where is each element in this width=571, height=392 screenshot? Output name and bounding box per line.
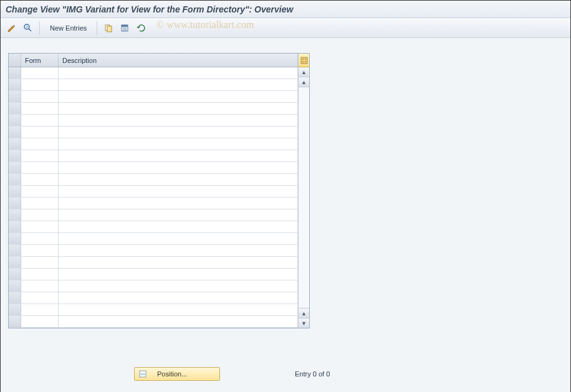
cell-description[interactable]	[59, 162, 298, 173]
cell-description[interactable]	[59, 79, 298, 90]
cell-form[interactable]	[21, 198, 59, 209]
cell-description[interactable]	[59, 221, 298, 232]
row-selector[interactable]	[9, 292, 21, 304]
cell-description[interactable]	[59, 304, 298, 315]
svg-point-1	[26, 26, 28, 28]
grid-body	[9, 67, 298, 328]
toggle-display-change-icon[interactable]	[6, 22, 18, 34]
row-selector[interactable]	[9, 186, 21, 197]
row-selector[interactable]	[9, 316, 21, 327]
row-selector[interactable]	[9, 79, 21, 90]
new-entries-button[interactable]: New Entries	[45, 21, 92, 35]
footer-bar: Position... Entry 0 of 0	[1, 367, 570, 381]
cell-form[interactable]	[21, 103, 59, 114]
scroll-step-up-icon[interactable]: ▲	[299, 77, 309, 87]
row-selector[interactable]	[9, 280, 21, 292]
svg-rect-8	[140, 373, 146, 375]
cell-form[interactable]	[21, 269, 59, 280]
cell-description[interactable]	[59, 280, 298, 292]
row-selector[interactable]	[9, 269, 21, 280]
cell-form[interactable]	[21, 127, 59, 138]
select-all-header[interactable]	[9, 54, 21, 67]
table-row	[9, 162, 298, 174]
cell-form[interactable]	[21, 280, 59, 292]
cell-form[interactable]	[21, 209, 59, 221]
cell-description[interactable]	[59, 103, 298, 114]
cell-form[interactable]	[21, 150, 59, 161]
cell-description[interactable]	[59, 91, 298, 102]
cell-description[interactable]	[59, 269, 298, 280]
table-row	[9, 67, 298, 79]
cell-description[interactable]	[59, 233, 298, 244]
row-selector[interactable]	[9, 245, 21, 256]
svg-rect-5	[122, 25, 128, 27]
scroll-down-icon[interactable]: ▼	[299, 318, 309, 328]
table-row	[9, 174, 298, 186]
row-selector[interactable]	[9, 221, 21, 232]
grid-main: Form Description	[9, 54, 298, 328]
cell-description[interactable]	[59, 257, 298, 268]
row-selector[interactable]	[9, 162, 21, 173]
cell-description[interactable]	[59, 150, 298, 161]
cell-form[interactable]	[21, 233, 59, 244]
row-selector[interactable]	[9, 209, 21, 221]
position-button[interactable]: Position...	[134, 367, 220, 381]
row-selector[interactable]	[9, 174, 21, 185]
cell-description[interactable]	[59, 186, 298, 197]
cell-form[interactable]	[21, 91, 59, 102]
table-row	[9, 280, 298, 292]
row-selector[interactable]	[9, 115, 21, 126]
cell-form[interactable]	[21, 257, 59, 268]
cell-form[interactable]	[21, 79, 59, 90]
scroll-step-down-icon[interactable]: ▲	[299, 308, 309, 318]
row-selector[interactable]	[9, 127, 21, 138]
row-selector[interactable]	[9, 67, 21, 79]
row-selector[interactable]	[9, 257, 21, 268]
svg-rect-6	[301, 57, 307, 64]
table-settings-icon[interactable]	[299, 54, 309, 67]
undo-change-icon[interactable]	[135, 22, 147, 34]
cell-form[interactable]	[21, 304, 59, 315]
row-selector[interactable]	[9, 138, 21, 150]
row-selector[interactable]	[9, 103, 21, 114]
cell-description[interactable]	[59, 174, 298, 185]
find-icon[interactable]	[22, 22, 34, 34]
cell-form[interactable]	[21, 245, 59, 256]
scroll-up-icon[interactable]: ▲	[299, 67, 309, 77]
table-row	[9, 115, 298, 127]
toolbar-separator	[39, 21, 40, 35]
row-selector[interactable]	[9, 233, 21, 244]
copy-as-icon[interactable]	[102, 22, 115, 34]
cell-form[interactable]	[21, 138, 59, 150]
cell-form[interactable]	[21, 115, 59, 126]
cell-form[interactable]	[21, 174, 59, 185]
data-grid: Form Description ▲ ▲ ▲ ▼	[8, 53, 310, 328]
cell-form[interactable]	[21, 186, 59, 197]
row-selector[interactable]	[9, 304, 21, 315]
cell-form[interactable]	[21, 162, 59, 173]
column-header-description[interactable]: Description	[59, 54, 298, 67]
content-area: Form Description ▲ ▲ ▲ ▼ P	[1, 38, 570, 392]
cell-description[interactable]	[59, 316, 298, 327]
row-selector[interactable]	[9, 198, 21, 209]
table-row	[9, 103, 298, 115]
cell-form[interactable]	[21, 221, 59, 232]
column-header-form[interactable]: Form	[21, 54, 59, 67]
cell-description[interactable]	[59, 127, 298, 138]
cell-description[interactable]	[59, 245, 298, 256]
cell-description[interactable]	[59, 292, 298, 304]
cell-form[interactable]	[21, 292, 59, 304]
cell-form[interactable]	[21, 67, 59, 79]
table-row	[9, 186, 298, 198]
scroll-track[interactable]	[299, 87, 309, 308]
cell-description[interactable]	[59, 198, 298, 209]
cell-description[interactable]	[59, 115, 298, 126]
cell-form[interactable]	[21, 316, 59, 327]
table-row	[9, 269, 298, 280]
delete-icon[interactable]	[118, 22, 131, 34]
cell-description[interactable]	[59, 138, 298, 150]
row-selector[interactable]	[9, 150, 21, 161]
cell-description[interactable]	[59, 209, 298, 221]
row-selector[interactable]	[9, 91, 21, 102]
cell-description[interactable]	[59, 67, 298, 79]
